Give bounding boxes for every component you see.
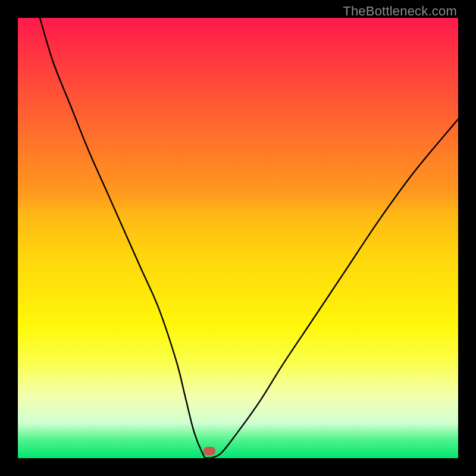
bottleneck-curve <box>40 18 458 458</box>
watermark-text: TheBottleneck.com <box>343 4 457 19</box>
optimal-marker <box>203 447 215 455</box>
chart-frame: TheBottleneck.com <box>0 0 476 476</box>
curve-svg <box>18 18 458 458</box>
plot-area <box>18 18 458 458</box>
